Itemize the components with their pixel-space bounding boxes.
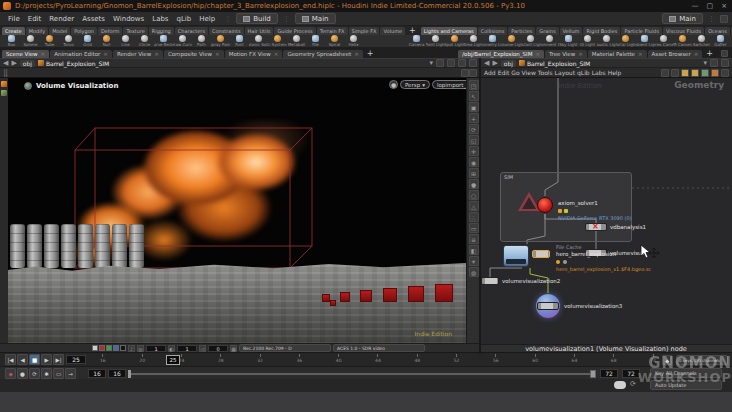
shelf-tool[interactable]: Switcher xyxy=(692,35,711,47)
menu-item[interactable]: Help xyxy=(195,14,219,24)
shelf-tool[interactable]: Ambient Light xyxy=(635,35,654,47)
pane-tab[interactable]: Render View × xyxy=(113,50,163,58)
shelf-tool[interactable]: Spot Light xyxy=(445,35,464,47)
range-end-field[interactable]: 72 xyxy=(600,369,618,378)
close-icon[interactable]: × xyxy=(274,51,279,57)
playback-button[interactable]: |◀ xyxy=(5,354,16,365)
shelf-tool[interactable]: Distant Light xyxy=(521,35,540,47)
shelf-tool[interactable]: Helix xyxy=(344,35,363,47)
range-start-field[interactable]: 16 xyxy=(88,369,106,378)
shelf-tab[interactable]: Particle Fluids xyxy=(621,27,662,35)
drag-handle-icon[interactable]: ⣿ xyxy=(3,69,8,77)
keys-dropdown[interactable]: 0 keys, 0/0 channels xyxy=(676,355,728,365)
pane-menu-icon[interactable] xyxy=(721,50,728,57)
pane-tab[interactable]: Animation Editor × xyxy=(50,50,112,58)
shelf-tab[interactable]: Constraints xyxy=(209,27,244,35)
shelf-tool[interactable]: VR Camera xyxy=(673,35,692,47)
playback-button[interactable]: ◀ xyxy=(17,354,28,365)
shelf-tool[interactable]: Area Light xyxy=(464,35,483,47)
menu-item[interactable]: Assets xyxy=(78,14,109,24)
shelf-tool[interactable]: Caustic Light xyxy=(597,35,616,47)
help-globe-icon[interactable] xyxy=(720,15,728,23)
shelf-tool[interactable]: Circle xyxy=(135,35,154,47)
normals-icon[interactable]: △ xyxy=(469,201,479,211)
shelf-tab[interactable]: Create xyxy=(2,27,25,35)
shelf-tab[interactable]: Texture xyxy=(123,27,147,35)
shelf-tool[interactable]: Gaffer xyxy=(711,35,730,47)
warning-badge-icon[interactable] xyxy=(556,260,560,264)
select-tool-icon[interactable]: ↖ xyxy=(469,91,479,101)
wireframe-icon[interactable]: ○ xyxy=(469,190,479,200)
scene-viewport[interactable]: Volume Visualization ● Persp ▾ lopimport… xyxy=(8,78,466,343)
magnifier-icon[interactable] xyxy=(721,69,729,77)
shelf-tool[interactable]: Tube xyxy=(40,35,59,47)
recook-icon[interactable]: ⟳ xyxy=(630,380,636,388)
menu-item[interactable]: View xyxy=(521,69,537,76)
shelf-tab[interactable]: Modify xyxy=(26,27,49,35)
add-icon[interactable] xyxy=(710,59,718,67)
shelf-tool[interactable]: Environment Light xyxy=(540,35,559,47)
color-swatch[interactable] xyxy=(99,345,105,351)
layout-icon[interactable] xyxy=(469,59,477,67)
close-icon[interactable]: × xyxy=(578,51,583,57)
shelf-tab[interactable]: Rigid Bodies xyxy=(583,27,620,35)
close-icon[interactable]: × xyxy=(103,51,108,57)
pane-tab[interactable]: Tree View × xyxy=(545,50,587,58)
shelf-tool[interactable]: Torus xyxy=(59,35,78,47)
tree-icon[interactable] xyxy=(1,90,7,96)
shelf-tool[interactable]: Grid xyxy=(78,35,97,47)
loop-icon[interactable]: ⟳ xyxy=(29,368,40,379)
path-node[interactable]: Barrel_Explosion_SIM xyxy=(519,60,590,67)
pane-tab[interactable]: Composite View × xyxy=(164,50,224,58)
menu-item[interactable]: qLib xyxy=(576,69,591,76)
volume-icon[interactable]: ◎ xyxy=(137,345,144,352)
add-pane-tab-button[interactable]: + xyxy=(703,49,716,58)
view-options-icon[interactable]: ≡ xyxy=(469,234,479,244)
offset-field[interactable]: 0 xyxy=(208,345,228,352)
menu-item[interactable]: Windows xyxy=(109,14,148,24)
close-icon[interactable]: × xyxy=(215,51,220,57)
context-chip[interactable]: obj xyxy=(20,60,35,67)
grid-snap-icon[interactable]: ⊞ xyxy=(469,168,479,178)
volumevisualization2-node[interactable] xyxy=(481,277,499,285)
file-cache-node[interactable] xyxy=(532,250,550,258)
menu-item[interactable]: Help xyxy=(607,69,623,76)
current-frame-field[interactable]: 25 xyxy=(66,355,86,364)
update-mode-select[interactable]: Auto Update xyxy=(650,380,722,390)
color-swatch[interactable] xyxy=(92,345,98,351)
file-cache-node-icon[interactable] xyxy=(503,245,529,267)
menu-item[interactable]: Tools xyxy=(537,69,554,76)
settings-icon[interactable]: ✱ xyxy=(41,368,52,379)
range-start2-field[interactable]: 16 xyxy=(108,369,126,378)
shelf-tab[interactable]: Simple FX xyxy=(349,27,380,35)
playhead[interactable]: 25 xyxy=(166,355,180,365)
forward-icon[interactable]: ▶ xyxy=(11,59,16,67)
view-transform-select[interactable]: ACES 1.0 - SDR video xyxy=(333,344,425,352)
misc-icon[interactable]: ◍ xyxy=(469,267,479,277)
realtime-icon[interactable]: ● xyxy=(17,368,28,379)
pyro-icon[interactable] xyxy=(1,81,7,87)
range-slider-track[interactable] xyxy=(130,373,592,375)
handles-icon[interactable]: ✛ xyxy=(469,146,479,156)
flipbook-icon[interactable]: ▦ xyxy=(230,345,237,352)
shelf-tab[interactable]: Viscous Fluids xyxy=(663,27,704,35)
view-tool-icon[interactable]: ◳ xyxy=(469,80,479,90)
shelf-tool[interactable]: Box xyxy=(2,35,21,47)
desktop-selector-right[interactable]: Main xyxy=(662,13,703,24)
info-badge-icon[interactable] xyxy=(564,209,568,213)
orange-icon[interactable] xyxy=(711,69,719,77)
folder2-icon[interactable] xyxy=(691,69,699,77)
path-node[interactable]: Barrel_Explosion_SIM xyxy=(38,60,109,67)
comment-badge-icon[interactable] xyxy=(563,260,567,264)
cloud-icon[interactable] xyxy=(614,381,626,389)
shelf-tool[interactable]: Curve Bezier xyxy=(154,35,173,47)
menu-item[interactable]: Layout xyxy=(554,69,576,76)
menu-item[interactable]: Add xyxy=(483,69,497,76)
color-swatch[interactable] xyxy=(106,345,112,351)
shelf-tab[interactable]: Particles xyxy=(508,27,535,35)
exposure-field[interactable]: 1 xyxy=(177,345,197,352)
playback-button[interactable]: ▶| xyxy=(53,354,64,365)
volumevisualization3-node[interactable] xyxy=(537,302,559,310)
snapshot-user-icon[interactable]: ● xyxy=(389,80,398,89)
color-swatch[interactable] xyxy=(113,345,119,351)
